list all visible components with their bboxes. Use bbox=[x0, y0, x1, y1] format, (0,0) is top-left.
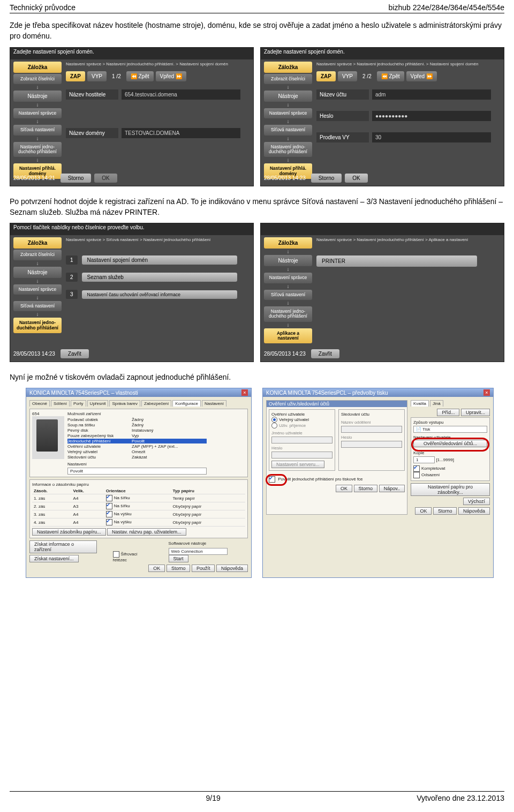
option-row[interactable]: Sledování účtuZakázat bbox=[67, 455, 207, 460]
zap-button[interactable]: ZAP bbox=[66, 71, 85, 81]
option-row[interactable]: Podavač obálekŽádný bbox=[67, 417, 207, 422]
menu-item-domain[interactable]: Nastavení spojení domén bbox=[82, 255, 237, 265]
option-row[interactable]: Pouze zabezpečený tiskVyp bbox=[67, 433, 207, 438]
start-button[interactable]: Start bbox=[169, 555, 188, 562]
side-nast-spravce[interactable]: Nastavení správce bbox=[264, 273, 312, 283]
side-zalozka[interactable]: Záložka bbox=[264, 237, 312, 249]
server-settings-button[interactable]: Nastavení serveru... bbox=[271, 461, 324, 468]
radio-recipient[interactable] bbox=[271, 423, 277, 428]
menu-item-services[interactable]: Seznam služeb bbox=[82, 273, 237, 282]
side-jednoduche[interactable]: Nastavení jedno-duchého přihlášení bbox=[264, 142, 312, 157]
setting-dropdown[interactable]: Povolit bbox=[67, 468, 207, 475]
side-cislenik[interactable]: Zobrazit číselníci bbox=[13, 74, 62, 84]
get-device-info-button[interactable]: Získat informace o zařízení bbox=[29, 540, 97, 553]
storno-button[interactable]: Storno bbox=[433, 507, 457, 515]
tab-nastaveni[interactable]: Nastavení bbox=[202, 400, 226, 407]
ok-button[interactable]: OK bbox=[148, 565, 165, 572]
dept-input[interactable] bbox=[341, 426, 402, 433]
side-nast-spravce[interactable]: Nastavení správce bbox=[264, 108, 312, 118]
apply-button[interactable]: Použít bbox=[192, 565, 215, 572]
get-settings-button[interactable]: Získat nastavení... bbox=[29, 555, 79, 562]
paper-name-button[interactable]: Nastav. názvu pap. uživatelem... bbox=[107, 528, 186, 536]
ok-button[interactable]: OK bbox=[94, 174, 117, 183]
tab-porty[interactable]: Porty bbox=[71, 400, 86, 407]
side-nastroje[interactable]: Nástroje bbox=[13, 91, 62, 102]
tab-kvalita[interactable]: Kvalita bbox=[411, 400, 429, 407]
ok-button[interactable]: OK bbox=[345, 174, 367, 183]
output-dropdown[interactable]: 📄 Tisk bbox=[413, 426, 487, 433]
side-sitova[interactable]: Síťová nastavení bbox=[13, 301, 62, 311]
tab-zabezpeceni[interactable]: Zabezpečení bbox=[141, 400, 171, 407]
forward-button[interactable]: Vpřed ⏩ bbox=[406, 71, 437, 81]
username-input[interactable] bbox=[271, 437, 332, 443]
tab-jina[interactable]: Jiná bbox=[430, 400, 443, 407]
copies-input[interactable]: 1 bbox=[413, 456, 435, 463]
forward-button[interactable]: Vpřed ⏩ bbox=[156, 71, 186, 81]
side-sitova[interactable]: Síťová nastavení bbox=[13, 125, 62, 135]
storno-button[interactable]: Storno bbox=[354, 485, 378, 492]
side-aplikace[interactable]: Aplikace a nastavení bbox=[264, 328, 312, 344]
side-nastroje[interactable]: Nástroje bbox=[264, 91, 312, 102]
tab-sprava-barev[interactable]: Správa barev bbox=[109, 400, 140, 407]
default-button[interactable]: Výchozí bbox=[463, 498, 490, 505]
tab-sdileni[interactable]: Sdílení bbox=[51, 400, 70, 407]
zap-button[interactable]: ZAP bbox=[316, 71, 336, 81]
password-input[interactable] bbox=[271, 452, 332, 458]
field-value-account[interactable]: adm bbox=[372, 89, 491, 100]
tab-konfigurace[interactable]: Konfigurace bbox=[172, 400, 201, 407]
add-button[interactable]: Příd... bbox=[437, 409, 459, 416]
app-printer-button[interactable]: PRINTER bbox=[316, 255, 477, 267]
side-sitova[interactable]: Síťová nastavení bbox=[264, 125, 312, 135]
dept-pass-input[interactable] bbox=[341, 441, 402, 448]
option-row[interactable]: Soup.na štítkuŽádný bbox=[67, 423, 207, 427]
vyp-button[interactable]: VYP bbox=[338, 71, 357, 81]
field-value-delay[interactable]: 30 bbox=[372, 132, 491, 142]
side-nastroje[interactable]: Nástroje bbox=[264, 255, 312, 266]
encode-checkbox[interactable] bbox=[113, 551, 119, 558]
tray-settings-button[interactable]: Nastavení zásobníku papíru... bbox=[32, 528, 106, 536]
field-value-hostname[interactable]: 654.testovaci.domena bbox=[122, 89, 240, 100]
help-button[interactable]: Nápověda bbox=[458, 507, 490, 515]
close-icon[interactable]: × bbox=[483, 389, 490, 396]
side-sitova[interactable]: Síťová nastavení bbox=[264, 290, 312, 300]
field-value-domain[interactable]: TESTOVACI.DOMENA bbox=[122, 128, 240, 138]
edit-button[interactable]: Upravit... bbox=[461, 409, 490, 416]
menu-item-authtime[interactable]: Nastavení času uchování ověřovací inform… bbox=[82, 290, 237, 299]
back-button[interactable]: ⏪ Zpět bbox=[126, 71, 154, 81]
vyp-button[interactable]: VYP bbox=[87, 71, 107, 81]
side-zalozka[interactable]: Záložka bbox=[264, 62, 312, 73]
help-button[interactable]: Nápov.. bbox=[379, 485, 405, 492]
side-jednoduche[interactable]: Nastavení jedno-duchého přihlášení bbox=[264, 306, 312, 322]
collate-checkbox[interactable] bbox=[413, 465, 420, 472]
field-value-password[interactable]: ●●●●●●●●●● bbox=[372, 111, 491, 121]
close-icon[interactable]: × bbox=[241, 389, 248, 396]
side-zalozka[interactable]: Záložka bbox=[13, 237, 62, 249]
tab-upresnit[interactable]: Upřesnit bbox=[87, 400, 109, 407]
side-jednoduche[interactable]: Nastavení jedno-duchého přihlášení bbox=[13, 318, 62, 333]
side-nastroje[interactable]: Nástroje bbox=[13, 267, 62, 278]
side-cislenik[interactable]: Zobrazit číselníci bbox=[264, 74, 312, 84]
side-cislenik[interactable]: Zobrazit číselníci bbox=[13, 250, 62, 260]
storno-button[interactable]: Storno bbox=[167, 565, 191, 572]
storno-button[interactable]: Storno bbox=[61, 174, 91, 183]
back-button[interactable]: ⏪ Zpět bbox=[377, 71, 404, 81]
paper-tray-button[interactable]: Nastavení papíru pro zásobníky... bbox=[411, 483, 490, 496]
storno-button[interactable]: Storno bbox=[311, 174, 342, 183]
radio-public[interactable] bbox=[271, 417, 277, 423]
option-row[interactable]: Jednoduché přihlášeníPovolit bbox=[67, 439, 207, 443]
tab-obecne[interactable]: Obecné bbox=[29, 400, 50, 407]
side-nast-spravce[interactable]: Nastavení správce bbox=[13, 284, 62, 295]
ok-button[interactable]: OK bbox=[336, 485, 352, 492]
side-nast-spravce[interactable]: Nastavení správce bbox=[13, 108, 62, 118]
offset-checkbox[interactable] bbox=[413, 472, 420, 478]
side-jednoduche[interactable]: Nastavení jedno-duchého přihlášení bbox=[13, 142, 62, 157]
close-button[interactable]: Zavřit bbox=[61, 349, 89, 358]
option-row[interactable]: Veřejný uživatelOmezit bbox=[67, 449, 207, 454]
ok-button[interactable]: OK bbox=[415, 507, 432, 515]
option-row[interactable]: Ověření uživateleZAP (MFP) + ZAP (ext... bbox=[67, 444, 207, 449]
help-button[interactable]: Nápověda bbox=[216, 565, 248, 572]
close-button[interactable]: Zavřit bbox=[311, 349, 339, 358]
side-zalozka[interactable]: Záložka bbox=[13, 62, 62, 73]
sw-tools-dropdown[interactable]: Web Connection bbox=[169, 548, 228, 555]
option-row[interactable]: Pevný diskInstalovaný bbox=[67, 428, 207, 433]
